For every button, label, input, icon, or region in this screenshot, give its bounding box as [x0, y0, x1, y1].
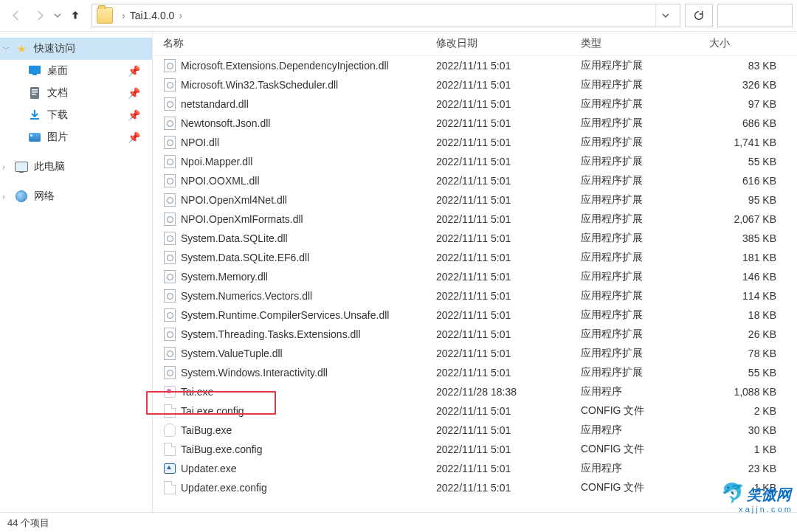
file-name: Updater.exe [181, 463, 237, 474]
file-date: 2022/11/11 5:01 [436, 271, 581, 283]
file-row[interactable]: Npoi.Mapper.dll2022/11/11 5:01应用程序扩展55 K… [153, 152, 797, 171]
refresh-button[interactable] [685, 4, 713, 27]
file-size: 83 KB [709, 60, 797, 72]
file-row[interactable]: System.Memory.dll2022/11/11 5:01应用程序扩展14… [153, 267, 797, 286]
column-header-type[interactable]: 类型 [581, 37, 709, 50]
expand-icon[interactable]: › [2, 192, 5, 201]
file-name: Updater.exe.config [181, 482, 267, 494]
file-row[interactable]: System.Data.SQLite.EF6.dll2022/11/11 5:0… [153, 248, 797, 267]
file-row[interactable]: Updater.exe.config2022/11/11 5:01CONFIG … [153, 478, 797, 497]
dll-gear-icon [163, 308, 176, 322]
file-name: Microsoft.Win32.TaskScheduler.dll [181, 79, 338, 91]
sidebar-item-label: 网络 [34, 190, 152, 203]
file-row[interactable]: Microsoft.Win32.TaskScheduler.dll2022/11… [153, 75, 797, 94]
file-date: 2022/11/11 5:01 [436, 405, 581, 417]
bug-icon [163, 424, 176, 437]
column-header-name[interactable]: 名称 [153, 37, 436, 50]
file-size: 97 KB [709, 98, 797, 110]
fish-icon: 🐬 [721, 482, 745, 504]
file-name: System.Runtime.CompilerServices.Unsafe.d… [181, 309, 389, 321]
file-row[interactable]: System.Data.SQLite.dll2022/11/11 5:01应用程… [153, 229, 797, 248]
file-name: System.Data.SQLite.EF6.dll [181, 252, 309, 263]
file-size: 2,067 KB [709, 213, 797, 225]
file-name: Tai.exe [181, 386, 213, 398]
folder-icon [97, 7, 113, 24]
file-name: System.Memory.dll [181, 271, 268, 283]
sidebar-item-quickaccess[interactable]: ﹀ ★ 快速访问 [0, 38, 152, 60]
file-size: 30 KB [709, 424, 797, 436]
explorer-window: › Tai1.4.0.0 › ﹀ ★ 快速访问 桌面 📌 [0, 0, 797, 532]
file-row[interactable]: netstandard.dll2022/11/11 5:01应用程序扩展97 K… [153, 94, 797, 114]
pin-icon: 📌 [128, 109, 140, 121]
document-icon [28, 86, 41, 100]
file-row[interactable]: Newtonsoft.Json.dll2022/11/11 5:01应用程序扩展… [153, 114, 797, 133]
file-date: 2022/11/11 5:01 [436, 60, 581, 72]
file-type: CONFIG 文件 [581, 481, 709, 494]
dll-gear-icon [163, 213, 176, 226]
sidebar-item-network[interactable]: › 网络 [0, 185, 152, 207]
file-row[interactable]: System.Numerics.Vectors.dll2022/11/11 5:… [153, 286, 797, 305]
file-row[interactable]: NPOI.OOXML.dll2022/11/11 5:01应用程序扩展616 K… [153, 171, 797, 190]
file-row[interactable]: System.Threading.Tasks.Extensions.dll202… [153, 325, 797, 344]
search-input[interactable] [717, 4, 793, 27]
address-bar: › Tai1.4.0.0 › [0, 0, 797, 32]
pin-icon: 📌 [128, 65, 140, 77]
nav-up-button[interactable] [63, 4, 87, 27]
file-row[interactable]: NPOI.OpenXml4Net.dll2022/11/11 5:01应用程序扩… [153, 190, 797, 210]
file-list: Microsoft.Extensions.DependencyInjection… [153, 56, 797, 512]
file-type: 应用程序扩展 [581, 232, 709, 245]
file-name: TaiBug.exe [181, 424, 232, 436]
nav-forward-button[interactable] [28, 4, 52, 27]
address-field[interactable]: › Tai1.4.0.0 › [92, 4, 680, 27]
file-row[interactable]: System.Windows.Interactivity.dll2022/11/… [153, 363, 797, 382]
file-size: 146 KB [709, 271, 797, 283]
address-dropdown-icon[interactable] [655, 4, 675, 27]
sidebar-item-downloads[interactable]: 下载 📌 [0, 104, 152, 126]
file-row[interactable]: Tai.exe2022/11/28 18:38应用程序1,088 KB [153, 382, 797, 401]
expand-icon[interactable]: ﹀ [2, 44, 10, 55]
dll-gear-icon [163, 136, 176, 149]
column-headers: 名称 修改日期 类型 大小 [153, 32, 797, 56]
dll-gear-icon [163, 193, 176, 207]
svg-rect-3 [32, 89, 38, 91]
dll-gear-icon [163, 97, 176, 111]
file-row[interactable]: System.Runtime.CompilerServices.Unsafe.d… [153, 305, 797, 325]
file-type: 应用程序扩展 [581, 251, 709, 264]
svg-rect-6 [30, 118, 39, 120]
txt-icon [163, 443, 176, 456]
sidebar-item-documents[interactable]: 文档 📌 [0, 82, 152, 104]
file-type: 应用程序 [581, 462, 709, 475]
column-header-date[interactable]: 修改日期 [436, 37, 581, 50]
sidebar-item-pictures[interactable]: 图片 📌 [0, 126, 152, 148]
file-row[interactable]: NPOI.dll2022/11/11 5:01应用程序扩展1,741 KB [153, 133, 797, 152]
file-size: 686 KB [709, 117, 797, 129]
file-date: 2022/11/11 5:01 [436, 463, 581, 474]
sidebar-item-desktop[interactable]: 桌面 📌 [0, 60, 152, 82]
file-row[interactable]: Tai.exe.config2022/11/11 5:01CONFIG 文件2 … [153, 401, 797, 421]
sidebar-item-thispc[interactable]: › 此电脑 [0, 156, 152, 178]
expand-icon[interactable]: › [2, 162, 5, 171]
file-row[interactable]: Microsoft.Extensions.DependencyInjection… [153, 56, 797, 75]
svg-rect-5 [32, 94, 36, 95]
file-row[interactable]: TaiBug.exe.config2022/11/11 5:01CONFIG 文… [153, 440, 797, 459]
nav-back-button[interactable] [4, 4, 28, 27]
pictures-icon [28, 131, 41, 144]
file-row[interactable]: Updater.exe2022/11/11 5:01应用程序23 KB [153, 459, 797, 478]
file-size: 1 KB [709, 443, 797, 455]
file-date: 2022/11/11 5:01 [436, 79, 581, 91]
breadcrumb-segment[interactable]: Tai1.4.0.0 [130, 10, 175, 21]
column-header-size[interactable]: 大小 [709, 37, 797, 50]
file-type: 应用程序扩展 [581, 347, 709, 360]
file-row[interactable]: TaiBug.exe2022/11/11 5:01应用程序30 KB [153, 421, 797, 440]
dll-gear-icon [163, 232, 176, 245]
star-icon: ★ [15, 42, 28, 55]
file-size: 616 KB [709, 175, 797, 187]
file-row[interactable]: System.ValueTuple.dll2022/11/11 5:01应用程序… [153, 344, 797, 363]
file-date: 2022/11/11 5:01 [436, 482, 581, 494]
file-size: 2 KB [709, 405, 797, 417]
file-row[interactable]: NPOI.OpenXmlFormats.dll2022/11/11 5:01应用… [153, 210, 797, 229]
file-name: NPOI.OpenXmlFormats.dll [181, 213, 303, 225]
status-bar: 44 个项目 [0, 512, 797, 532]
status-text: 44 个项目 [7, 517, 49, 530]
nav-history-dropdown[interactable] [52, 10, 63, 21]
